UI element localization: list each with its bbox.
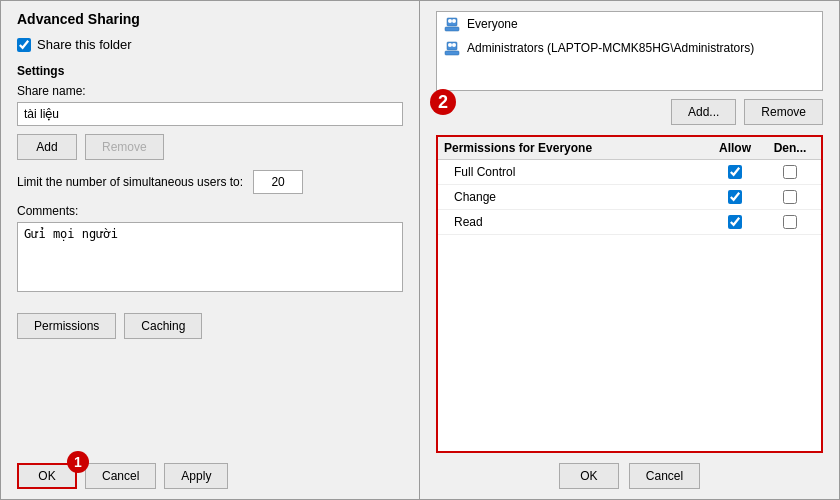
share-name-label: Share name: — [17, 84, 403, 98]
admin-icon — [443, 39, 461, 57]
comments-textarea[interactable] — [17, 222, 403, 292]
svg-point-7 — [452, 43, 456, 47]
share-folder-label: Share this folder — [37, 37, 132, 52]
svg-point-6 — [448, 43, 452, 47]
user-name: Administrators (LAPTOP-MCMK85HG\Administ… — [467, 41, 754, 55]
list-item[interactable]: Administrators (LAPTOP-MCMK85HG\Administ… — [437, 36, 822, 60]
share-name-input[interactable]: tài liệu — [17, 102, 403, 126]
full-control-allow-checkbox[interactable] — [728, 165, 742, 179]
share-folder-checkbox[interactable] — [17, 38, 31, 52]
full-control-allow — [705, 165, 765, 179]
svg-rect-5 — [445, 51, 459, 55]
dialog-title: Advanced Sharing — [17, 11, 403, 27]
add-button[interactable]: Add — [17, 134, 77, 160]
settings-section-label: Settings — [17, 64, 403, 78]
group-icon — [443, 15, 461, 33]
apply-button[interactable]: Apply — [164, 463, 228, 489]
permission-name: Read — [444, 215, 705, 229]
ok-cancel-apply-row: OK 1 Cancel Apply — [17, 455, 403, 489]
limit-label: Limit the number of simultaneous users t… — [17, 175, 243, 189]
svg-rect-1 — [445, 27, 459, 31]
allow-column-header: Allow — [705, 141, 765, 155]
cancel-button[interactable]: Cancel — [85, 463, 156, 489]
read-deny — [765, 215, 815, 229]
read-allow-checkbox[interactable] — [728, 215, 742, 229]
read-allow — [705, 215, 765, 229]
list-item[interactable]: Everyone — [437, 12, 822, 36]
change-deny — [765, 190, 815, 204]
permissions-button[interactable]: Permissions — [17, 313, 116, 339]
user-name: Everyone — [467, 17, 518, 31]
permission-row-read: Read — [438, 210, 821, 235]
users-list: Everyone Administrators (LAPTOP-MCMK85HG… — [436, 11, 823, 91]
share-folder-row: Share this folder — [17, 37, 403, 52]
svg-point-2 — [448, 19, 452, 23]
permissions-header: Permissions for Everyone Allow Den... — [438, 137, 821, 160]
permissions-for-label: Permissions for Everyone — [444, 141, 705, 155]
svg-point-3 — [452, 19, 456, 23]
permission-name: Change — [444, 190, 705, 204]
caching-button[interactable]: Caching — [124, 313, 202, 339]
permissions-dialog: Everyone Administrators (LAPTOP-MCMK85HG… — [420, 0, 840, 500]
annotation-badge-1: 1 — [67, 451, 89, 473]
advanced-sharing-dialog: Advanced Sharing Share this folder Setti… — [0, 0, 420, 500]
add-remove-row: Add Remove — [17, 134, 403, 160]
permission-row-change: Change — [438, 185, 821, 210]
read-deny-checkbox[interactable] — [783, 215, 797, 229]
deny-column-header: Den... — [765, 141, 815, 155]
right-ok-button[interactable]: OK — [559, 463, 619, 489]
permissions-table: Permissions for Everyone Allow Den... Fu… — [436, 135, 823, 453]
comments-label: Comments: — [17, 204, 403, 218]
change-allow-checkbox[interactable] — [728, 190, 742, 204]
full-control-deny-checkbox[interactable] — [783, 165, 797, 179]
right-cancel-button[interactable]: Cancel — [629, 463, 700, 489]
change-deny-checkbox[interactable] — [783, 190, 797, 204]
right-action-buttons: OK Cancel — [436, 463, 823, 489]
remove-button[interactable]: Remove — [85, 134, 164, 160]
permission-row-full-control: Full Control — [438, 160, 821, 185]
settings-group: Share name: tài liệu Add Remove Limit th… — [17, 84, 403, 305]
annotation-badge-2: 2 — [430, 89, 456, 115]
permissions-caching-row: Permissions Caching — [17, 313, 403, 339]
ok-button[interactable]: OK 1 — [17, 463, 77, 489]
full-control-deny — [765, 165, 815, 179]
users-action-row: Add... Remove — [436, 99, 823, 125]
permission-name: Full Control — [444, 165, 705, 179]
limit-users-row: Limit the number of simultaneous users t… — [17, 170, 403, 194]
limit-value-input[interactable]: 20 — [253, 170, 303, 194]
change-allow — [705, 190, 765, 204]
add-user-button[interactable]: Add... — [671, 99, 736, 125]
remove-user-button[interactable]: Remove — [744, 99, 823, 125]
